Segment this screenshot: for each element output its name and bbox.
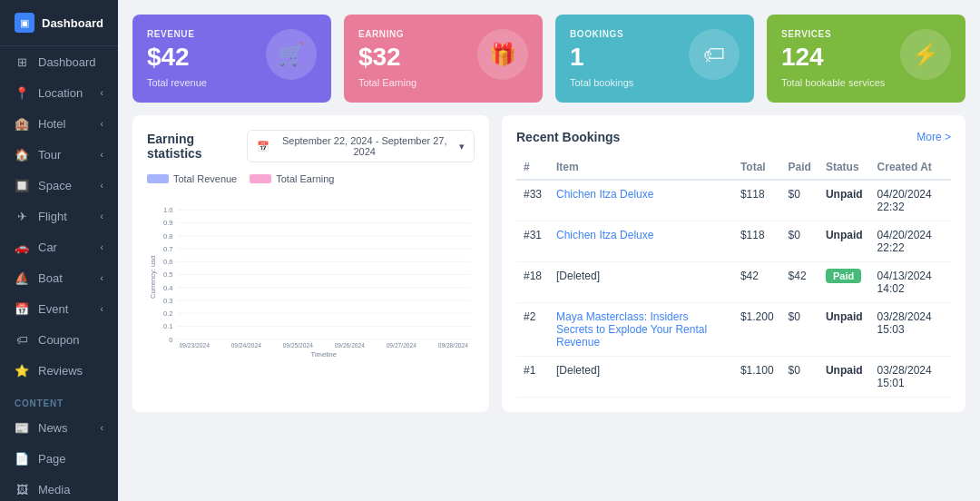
svg-text:0.5: 0.5 — [163, 270, 173, 279]
booking-total: $42 — [733, 262, 781, 303]
stat-sub-revenue: Total revenue — [147, 77, 207, 88]
booking-item[interactable]: Maya Masterclass: Insiders Secrets to Ex… — [549, 303, 733, 357]
sidebar-header[interactable]: ▣ Dashboard — [0, 0, 118, 46]
sidebar-label-event: Event — [38, 302, 68, 316]
booking-id: #18 — [516, 262, 549, 303]
boat-icon: ⛵ — [15, 270, 29, 285]
svg-text:0.6: 0.6 — [163, 258, 173, 266]
sidebar-label-coupon: Coupon — [38, 333, 80, 347]
stat-icon-revenue: 🛒 — [266, 29, 317, 80]
svg-text:09/26/2024: 09/26/2024 — [335, 342, 366, 349]
sidebar-item-tour[interactable]: 🏠 Tour ‹ — [0, 139, 118, 170]
sidebar-item-dashboard[interactable]: ⊞ Dashboard — [0, 46, 118, 77]
sidebar-label-reviews: Reviews — [38, 364, 83, 378]
bottom-panels: Earning statistics 📅 September 22, 2024 … — [132, 115, 965, 412]
stat-card-revenue: REVENUE $42 Total revenue 🛒 — [132, 15, 331, 103]
svg-text:Currency: usd: Currency: usd — [149, 256, 157, 299]
media-icon: 🖼 — [15, 482, 29, 496]
svg-text:0.8: 0.8 — [163, 232, 173, 241]
col-header-paid: Paid — [781, 155, 818, 180]
stat-value-services: 124 — [781, 44, 885, 70]
stat-card-services: SERVICES 124 Total bookable services ⚡ — [767, 15, 965, 103]
sidebar-item-coupon[interactable]: 🏷 Coupon — [0, 324, 118, 355]
booking-status: Paid — [818, 262, 870, 303]
stat-sub-bookings: Total bookings — [570, 77, 633, 88]
chart-legend: Total RevenueTotal Earning — [147, 173, 475, 184]
table-row: #2 Maya Masterclass: Insiders Secrets to… — [516, 303, 951, 357]
calendar-icon: 📅 — [257, 141, 270, 152]
stat-label-earning: EARNING — [358, 29, 416, 39]
sidebar-item-media[interactable]: 🖼 Media — [0, 474, 118, 501]
booking-id: #1 — [516, 357, 549, 398]
page-icon: 📄 — [15, 451, 29, 466]
chevron-icon: ‹ — [101, 273, 103, 283]
booking-item: [Deleted] — [549, 357, 733, 398]
chevron-icon: ‹ — [101, 304, 103, 314]
booking-created: 04/13/2024 14:02 — [870, 262, 951, 303]
sidebar-label-space: Space — [38, 179, 72, 192]
booking-total: $1.200 — [733, 303, 781, 357]
booking-item[interactable]: Chichen Itza Deluxe — [549, 221, 733, 262]
event-icon: 📅 — [15, 301, 29, 316]
dashboard-icon: ⊞ — [15, 54, 29, 69]
stat-sub-earning: Total Earning — [358, 77, 416, 88]
news-icon: 📰 — [15, 420, 29, 435]
table-row: #33 Chichen Itza Deluxe $118 $0 Unpaid 0… — [516, 180, 951, 221]
date-range-button[interactable]: 📅 September 22, 2024 - September 27, 202… — [247, 130, 475, 162]
sidebar-item-event[interactable]: 📅 Event ‹ — [0, 293, 118, 324]
status-badge: Unpaid — [826, 229, 863, 241]
bookings-panel: Recent Bookings More > #ItemTotalPaidSta… — [502, 115, 965, 412]
sidebar-item-flight[interactable]: ✈ Flight ‹ — [0, 201, 118, 231]
svg-text:0: 0 — [169, 336, 172, 344]
col-header-status: Status — [818, 155, 870, 180]
booking-status: Unpaid — [818, 221, 870, 262]
sidebar-label-dashboard: Dashboard — [38, 55, 96, 69]
booking-paid: $0 — [781, 357, 818, 398]
legend-item-revenue: Total Revenue — [147, 173, 237, 184]
sidebar-label-location: Location — [38, 86, 83, 100]
sidebar-item-page[interactable]: 📄 Page — [0, 443, 118, 474]
sidebar-item-news[interactable]: 📰 News ‹ — [0, 412, 118, 443]
hotel-icon: 🏨 — [15, 116, 29, 131]
bookings-table: #ItemTotalPaidStatusCreated At #33 Chich… — [516, 155, 951, 398]
sidebar-item-car[interactable]: 🚗 Car ‹ — [0, 231, 118, 262]
sidebar-label-flight: Flight — [38, 210, 67, 223]
status-badge: Unpaid — [826, 310, 863, 323]
sidebar-label-car: Car — [38, 241, 57, 254]
sidebar-item-location[interactable]: 📍 Location ‹ — [0, 77, 118, 108]
chart-area: Currency: usd 1.0 0.9 0.8 0.7 0.6 0.5 0.… — [147, 193, 475, 359]
location-icon: 📍 — [15, 85, 29, 100]
sidebar-section-content: CONTENT — [0, 389, 118, 412]
legend-item-earning: Total Earning — [250, 173, 334, 184]
stat-label-bookings: BOOKINGS — [570, 29, 633, 39]
chart-panel: Earning statistics 📅 September 22, 2024 … — [132, 115, 489, 412]
sidebar: ▣ Dashboard ⊞ Dashboard 📍 Location ‹ 🏨 H… — [0, 0, 118, 501]
col-header-#: # — [516, 155, 549, 180]
booking-paid: $0 — [781, 180, 818, 221]
sidebar-item-space[interactable]: 🔲 Space ‹ — [0, 170, 118, 201]
booking-created: 04/20/2024 22:22 — [870, 221, 951, 262]
sidebar-item-reviews[interactable]: ⭐ Reviews — [0, 355, 118, 386]
stat-label-services: SERVICES — [781, 29, 885, 39]
svg-text:0.1: 0.1 — [163, 322, 173, 330]
booking-item[interactable]: Chichen Itza Deluxe — [549, 180, 733, 221]
more-link[interactable]: More > — [916, 131, 951, 143]
stat-value-bookings: 1 — [570, 44, 633, 70]
chevron-icon: ‹ — [101, 423, 103, 433]
reviews-icon: ⭐ — [15, 363, 29, 378]
booking-total: $118 — [733, 221, 781, 262]
legend-dot-earning — [250, 174, 271, 183]
date-range-label: September 22, 2024 - September 27, 2024 — [275, 135, 454, 157]
dropdown-chevron-icon: ▾ — [459, 141, 465, 152]
col-header-created-at: Created At — [870, 155, 951, 180]
sidebar-item-boat[interactable]: ⛵ Boat ‹ — [0, 262, 118, 293]
booking-status: Unpaid — [818, 180, 870, 221]
booking-created: 03/28/2024 15:03 — [870, 303, 951, 357]
chevron-icon: ‹ — [101, 150, 103, 160]
bookings-title: Recent Bookings — [516, 130, 620, 144]
booking-id: #33 — [516, 180, 549, 221]
stat-value-earning: $32 — [358, 44, 416, 70]
tour-icon: 🏠 — [15, 147, 29, 162]
sidebar-label-media: Media — [38, 483, 70, 496]
sidebar-item-hotel[interactable]: 🏨 Hotel ‹ — [0, 108, 118, 139]
